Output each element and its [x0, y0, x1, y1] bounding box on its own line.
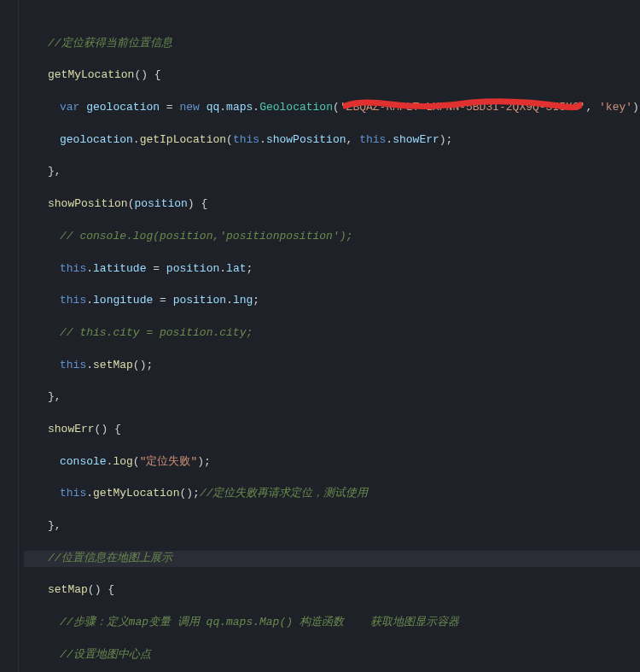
comment-locate: //定位获得当前位置信息 — [48, 37, 172, 50]
code-line: // console.log(position,'positionpositio… — [24, 229, 640, 245]
code-line: console.log("定位失败"); — [24, 454, 640, 470]
code-line: this.latitude = position.lat; — [24, 261, 640, 278]
code-line: }, — [24, 518, 640, 535]
code-line: this.longitude = position.lng; — [24, 293, 640, 309]
code-line: showPosition(position) { — [24, 196, 640, 213]
code-line: showErr() { — [24, 422, 640, 438]
code-line-active: //位置信息在地图上展示 — [24, 551, 640, 567]
gutter — [0, 0, 19, 672]
code-area[interactable]: //定位获得当前位置信息 getMyLocation() { var geolo… — [19, 0, 640, 672]
code-line: var geolocation = new qq.maps.Geolocatio… — [24, 100, 640, 116]
code-line: // this.city = position.city; — [24, 325, 640, 342]
code-line: this.getMyLocation();//定位失败再请求定位，测试使用 — [24, 486, 640, 502]
editor-root: //定位获得当前位置信息 getMyLocation() { var geolo… — [0, 0, 640, 672]
code-line: setMap() { — [24, 582, 640, 599]
code-line: getMyLocation() { — [24, 67, 640, 84]
code-line: this.setMap(); — [24, 358, 640, 374]
fn-getMyLocation: getMyLocation — [48, 68, 134, 81]
code-line: geolocation.getIpLocation(this.showPosit… — [24, 132, 640, 149]
fn-setMap: setMap — [48, 583, 88, 596]
redacted-api-key: ZBQAZ-RMPLT-LXPNN-5BD3I-2QX9Q-3I5X6 — [346, 100, 579, 116]
fn-showPosition: showPosition — [48, 197, 128, 210]
code-line: //设置地图中心点 — [24, 647, 640, 663]
code-line: }, — [24, 164, 640, 180]
code-line: }, — [24, 389, 640, 406]
fn-showErr: showErr — [48, 423, 95, 435]
code-line: //定位获得当前位置信息 — [24, 36, 640, 52]
code-line: //步骤：定义map变量 调用 qq.maps.Map() 构造函数 获取地图显… — [24, 615, 640, 631]
